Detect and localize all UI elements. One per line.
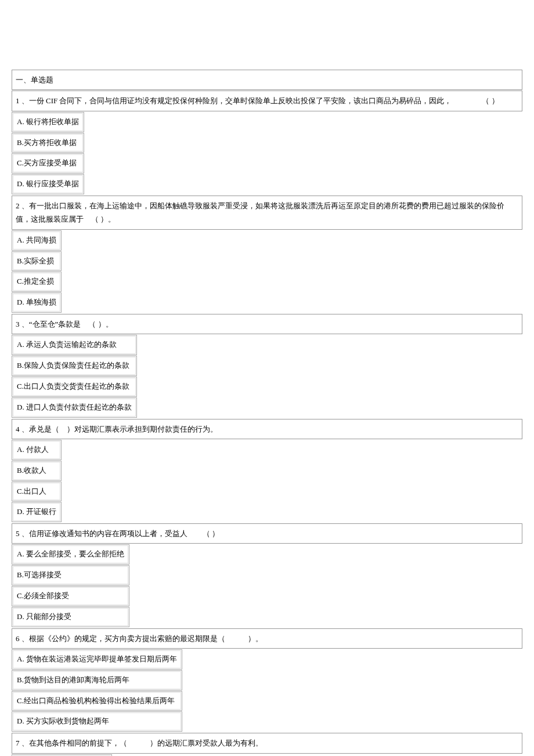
question-1-stem: 1 、一份 CIF 合同下，合同与信用证均没有规定投保何种险别，交单时保险单上反…: [12, 91, 522, 111]
option-text: B.买方将拒收单据: [17, 138, 77, 147]
section-heading-text: 一、单选题: [16, 75, 53, 84]
question-stem-text: 2 、有一批出口服装，在海上运输途中，因船体触礁导致服装严重受浸，如果将这批服装…: [16, 201, 504, 223]
question-stem-text: 5 、信用证修改通知书的内容在两项以上者，受益人 （ ）: [16, 529, 219, 538]
option-text: C.出口人负责交货责任起讫的条款: [17, 382, 129, 390]
question-4: 4 、承兑是（ ）对远期汇票表示承担到期付款责任的行为。 A. 付款人 B.收款…: [12, 419, 522, 523]
option: C.必须全部接受: [12, 586, 129, 606]
question-2: 2 、有一批出口服装，在海上运输途中，因船体触礁导致服装严重受浸，如果将这批服装…: [12, 196, 522, 313]
question-5: 5 、信用证修改通知书的内容在两项以上者，受益人 （ ） A. 要么全部接受，要…: [12, 523, 522, 628]
question-stem-text: 1 、一份 CIF 合同下，合同与信用证均没有规定投保何种险别，交单时保险单上反…: [16, 96, 499, 105]
option-text: D. 单独海损: [17, 298, 56, 306]
option-text: C.出口人: [17, 487, 46, 495]
option-text: C.推定全损: [17, 277, 54, 285]
option: A. 货物在装运港装运完毕即提单签发日期后两年: [12, 649, 182, 670]
option-text: C.必须全部接受: [17, 591, 69, 600]
option: C.经出口商品检验机构检验得出检验结果后两年: [12, 691, 182, 711]
question-4-stem: 4 、承兑是（ ）对远期汇票表示承担到期付款责任的行为。: [12, 419, 522, 439]
question-2-options: A. 共同海损 B.实际全损 C.推定全损 D. 单独海损: [12, 230, 62, 313]
option: C.推定全损: [12, 272, 62, 292]
option: A. 付款人: [12, 440, 62, 460]
option-text: A. 付款人: [17, 445, 49, 454]
option: D. 单独海损: [12, 292, 62, 313]
question-1-options: A. 银行将拒收单据 B.买方将拒收单据 C.买方应接受单据 D. 银行应接受单…: [12, 112, 84, 195]
option-text: B.保险人负责保险责任起讫的条款: [17, 361, 129, 370]
option: C.出口人: [12, 482, 62, 502]
option: B.可选择接受: [12, 565, 129, 585]
option-text: B.货物到达目的港卸离海轮后两年: [17, 675, 129, 684]
option-text: A. 承运人负责运输起讫的条款: [17, 340, 117, 349]
option: A. 承运人负责运输起讫的条款: [12, 335, 137, 355]
question-7-stem: 7 、在其他条件相同的前提下，（ ）的远期汇票对受款人最为有利。: [12, 733, 522, 753]
option-text: D. 只能部分接受: [17, 612, 71, 621]
option: B.收款人: [12, 461, 62, 481]
question-1: 1 、一份 CIF 合同下，合同与信用证均没有规定投保何种险别，交单时保险单上反…: [12, 91, 522, 195]
question-6: 6 、根据《公约》的规定，买方向卖方提出索赔的最迟期限是（ ）。 A. 货物在装…: [12, 628, 522, 733]
option: B.买方将拒收单据: [12, 133, 84, 153]
option-text: A. 银行将拒收单据: [17, 117, 79, 126]
option-text: D. 买方实际收到货物起两年: [17, 717, 109, 725]
option: C.买方应接受单据: [12, 153, 84, 173]
option: B.货物到达目的港卸离海轮后两年: [12, 670, 182, 690]
question-6-options: A. 货物在装运港装运完毕即提单签发日期后两年 B.货物到达目的港卸离海轮后两年…: [12, 649, 182, 732]
option-text: D. 进口人负责付款责任起讫的条款: [17, 403, 132, 411]
question-stem-text: 6 、根据《公约》的规定，买方向卖方提出索赔的最迟期限是（ ）。: [16, 634, 263, 643]
option: B.保险人负责保险责任起讫的条款: [12, 356, 137, 376]
question-7: 7 、在其他条件相同的前提下，（ ）的远期汇票对受款人最为有利。 A. 出票后若…: [12, 733, 522, 756]
option: A. 共同海损: [12, 230, 62, 251]
option-text: C.经出口商品检验机构检验得出检验结果后两年: [17, 696, 175, 705]
question-stem-text: 4 、承兑是（ ）对远期汇票表示承担到期付款责任的行为。: [16, 425, 218, 433]
option: B.实际全损: [12, 251, 62, 272]
option: A. 银行将拒收单据: [12, 112, 84, 132]
option-text: B.可选择接受: [17, 570, 62, 579]
question-stem-text: 3 、“仓至仓”条款是 （ ）。: [16, 320, 113, 328]
question-3: 3 、“仓至仓”条款是 （ ）。 A. 承运人负责运输起讫的条款 B.保险人负责…: [12, 314, 522, 418]
option-text: D. 银行应接受单据: [17, 179, 79, 188]
option: D. 开证银行: [12, 502, 62, 522]
option-text: A. 共同海损: [17, 236, 56, 244]
question-7-options: A. 出票后若干天付款 B.提单签发日后若干天付款: [12, 754, 112, 756]
option-text: A. 货物在装运港装运完毕即提单签发日期后两年: [17, 654, 177, 663]
question-3-options: A. 承运人负责运输起讫的条款 B.保险人负责保险责任起讫的条款 C.出口人负责…: [12, 335, 137, 418]
option: D. 只能部分接受: [12, 607, 129, 627]
option: D. 银行应接受单据: [12, 174, 84, 194]
question-2-stem: 2 、有一批出口服装，在海上运输途中，因船体触礁导致服装严重受浸，如果将这批服装…: [12, 196, 522, 230]
section-heading: 一、单选题: [12, 70, 522, 90]
option-text: A. 要么全部接受，要么全部拒绝: [17, 549, 124, 558]
question-4-options: A. 付款人 B.收款人 C.出口人 D. 开证银行: [12, 440, 62, 523]
question-5-stem: 5 、信用证修改通知书的内容在两项以上者，受益人 （ ）: [12, 523, 522, 544]
question-stem-text: 7 、在其他条件相同的前提下，（ ）的远期汇票对受款人最为有利。: [16, 739, 263, 747]
question-6-stem: 6 、根据《公约》的规定，买方向卖方提出索赔的最迟期限是（ ）。: [12, 628, 522, 649]
question-3-stem: 3 、“仓至仓”条款是 （ ）。: [12, 314, 522, 334]
option-text: C.买方应接受单据: [17, 158, 77, 167]
option: D. 进口人负责付款责任起讫的条款: [12, 397, 137, 418]
option: A. 出票后若干天付款: [12, 754, 112, 756]
option: A. 要么全部接受，要么全部拒绝: [12, 544, 129, 565]
question-5-options: A. 要么全部接受，要么全部拒绝 B.可选择接受 C.必须全部接受 D. 只能部…: [12, 544, 129, 627]
option: D. 买方实际收到货物起两年: [12, 711, 182, 732]
option-text: D. 开证银行: [17, 507, 56, 516]
option-text: B.实际全损: [17, 256, 54, 265]
option-text: B.收款人: [17, 466, 46, 475]
option: C.出口人负责交货责任起讫的条款: [12, 377, 137, 397]
